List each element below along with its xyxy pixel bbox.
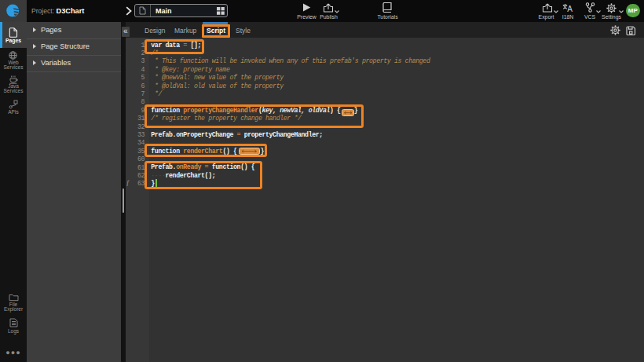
svg-text:A: A bbox=[567, 5, 573, 13]
